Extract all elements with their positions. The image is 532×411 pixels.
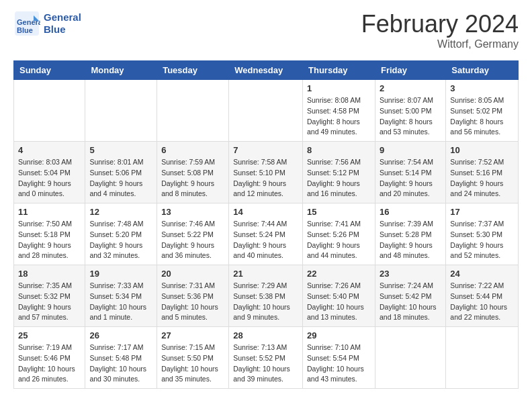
day-number: 22 — [307, 269, 371, 279]
calendar-cell — [157, 80, 229, 142]
day-info-line: Sunrise: 7:29 AM — [233, 281, 287, 289]
day-info-line: Sunset: 5:38 PM — [233, 292, 285, 300]
day-info-line: Sunrise: 7:41 AM — [307, 220, 361, 228]
col-monday: Monday — [85, 61, 157, 80]
day-info-line: and 43 minutes. — [307, 375, 357, 383]
day-info-line: Sunset: 5:24 PM — [233, 230, 285, 238]
day-info-line: Sunset: 5:22 PM — [161, 230, 214, 238]
day-info-line: Sunrise: 7:15 AM — [161, 343, 215, 351]
day-info-line: Daylight: 9 hours — [161, 179, 214, 187]
day-info-line: Daylight: 10 hours — [161, 365, 218, 373]
day-info: Sunrise: 7:48 AMSunset: 5:20 PMDaylight:… — [89, 219, 152, 261]
day-number: 2 — [380, 83, 441, 93]
location: Wittorf, Germany — [361, 38, 519, 50]
day-info-line: Sunrise: 8:03 AM — [18, 158, 72, 166]
day-info-line: and 20 minutes. — [380, 189, 430, 197]
calendar-cell — [229, 80, 303, 142]
day-info: Sunrise: 7:52 AMSunset: 5:16 PMDaylight:… — [450, 157, 514, 199]
day-info-line: Sunrise: 7:31 AM — [161, 281, 215, 289]
col-sunday: Sunday — [14, 61, 85, 80]
day-info: Sunrise: 7:33 AMSunset: 5:34 PMDaylight:… — [89, 281, 152, 323]
calendar-cell: 14Sunrise: 7:44 AMSunset: 5:24 PMDayligh… — [229, 203, 303, 265]
day-info-line: and 40 minutes. — [233, 251, 283, 259]
day-info-line: Daylight: 10 hours — [307, 303, 364, 311]
calendar: Sunday Monday Tuesday Wednesday Thursday… — [13, 60, 519, 389]
calendar-cell: 27Sunrise: 7:15 AMSunset: 5:50 PMDayligh… — [157, 327, 229, 389]
day-info-line: Sunset: 5:14 PM — [380, 169, 432, 177]
calendar-cell — [14, 80, 85, 142]
day-number: 23 — [380, 269, 441, 279]
day-info: Sunrise: 8:01 AMSunset: 5:06 PMDaylight:… — [89, 157, 152, 199]
day-number: 17 — [450, 207, 514, 217]
day-info-line: Sunset: 5:32 PM — [18, 292, 71, 300]
calendar-cell: 28Sunrise: 7:13 AMSunset: 5:52 PMDayligh… — [229, 327, 303, 389]
day-info-line: Sunset: 5:06 PM — [89, 169, 142, 177]
day-info: Sunrise: 7:39 AMSunset: 5:28 PMDaylight:… — [380, 219, 441, 261]
day-info: Sunrise: 7:56 AMSunset: 5:12 PMDaylight:… — [307, 157, 371, 199]
day-number: 27 — [161, 330, 224, 340]
day-number: 25 — [18, 330, 81, 340]
calendar-cell: 11Sunrise: 7:50 AMSunset: 5:18 PMDayligh… — [14, 203, 85, 265]
day-info-line: Sunset: 5:50 PM — [161, 354, 214, 362]
day-info: Sunrise: 8:03 AMSunset: 5:04 PMDaylight:… — [18, 157, 81, 199]
calendar-cell: 20Sunrise: 7:31 AMSunset: 5:36 PMDayligh… — [157, 265, 229, 327]
day-info-line: Sunrise: 7:17 AM — [89, 343, 143, 351]
day-info-line: and 9 minutes. — [233, 313, 279, 321]
day-info: Sunrise: 8:08 AMSunset: 4:58 PMDaylight:… — [307, 95, 371, 138]
day-info-line: Sunrise: 7:46 AM — [161, 220, 215, 228]
day-info-line: Daylight: 9 hours — [89, 241, 142, 249]
day-info-line: Sunset: 5:04 PM — [18, 169, 71, 177]
day-info: Sunrise: 7:19 AMSunset: 5:46 PMDaylight:… — [18, 342, 81, 385]
day-info: Sunrise: 7:15 AMSunset: 5:50 PMDaylight:… — [161, 342, 224, 385]
day-info-line: Daylight: 10 hours — [307, 365, 364, 373]
day-info-line: Daylight: 9 hours — [307, 241, 360, 249]
page: General Blue GeneralBlue February 2024 W… — [0, 0, 532, 411]
logo-icon: General Blue — [13, 10, 40, 37]
day-info-line: and 18 minutes. — [380, 313, 430, 321]
day-info-line: Sunrise: 7:13 AM — [233, 343, 287, 351]
day-info-line: Daylight: 10 hours — [161, 303, 218, 311]
day-info-line: Daylight: 10 hours — [89, 365, 146, 373]
calendar-cell — [375, 327, 445, 389]
calendar-cell: 3Sunrise: 8:05 AMSunset: 5:02 PMDaylight… — [446, 80, 519, 142]
day-info: Sunrise: 8:05 AMSunset: 5:02 PMDaylight:… — [450, 95, 514, 138]
day-info-line: Sunset: 5:08 PM — [161, 169, 214, 177]
month-year: February 2024 — [361, 10, 519, 38]
day-info-line: and 49 minutes. — [307, 128, 357, 136]
day-info-line: Sunrise: 7:52 AM — [450, 158, 504, 166]
col-wednesday: Wednesday — [229, 61, 303, 80]
day-info-line: Sunrise: 7:37 AM — [450, 220, 504, 228]
day-info-line: Daylight: 9 hours — [18, 303, 71, 311]
day-info-line: Daylight: 9 hours — [233, 241, 286, 249]
day-info-line: and 35 minutes. — [161, 375, 212, 383]
day-info-line: and 56 minutes. — [450, 128, 500, 136]
day-info-line: Daylight: 10 hours — [89, 303, 146, 311]
day-number: 12 — [89, 207, 152, 217]
day-info-line: and 52 minutes. — [450, 251, 500, 259]
day-info-line: Sunset: 5:10 PM — [233, 169, 285, 177]
day-info-line: Daylight: 8 hours — [450, 118, 503, 126]
day-number: 13 — [161, 207, 224, 217]
day-info-line: Sunset: 5:48 PM — [89, 354, 142, 362]
day-info-line: Sunset: 5:46 PM — [18, 354, 71, 362]
day-number: 26 — [89, 330, 152, 340]
day-info: Sunrise: 7:24 AMSunset: 5:42 PMDaylight:… — [380, 281, 441, 323]
col-saturday: Saturday — [446, 61, 519, 80]
calendar-cell: 7Sunrise: 7:58 AMSunset: 5:10 PMDaylight… — [229, 142, 303, 203]
day-info-line: Sunrise: 8:05 AM — [450, 96, 504, 104]
calendar-cell: 13Sunrise: 7:46 AMSunset: 5:22 PMDayligh… — [157, 203, 229, 265]
svg-text:Blue: Blue — [17, 26, 33, 34]
day-number: 24 — [450, 269, 514, 279]
day-info-line: and 24 minutes. — [450, 189, 500, 197]
day-info-line: Daylight: 9 hours — [450, 241, 503, 249]
day-info-line: and 8 minutes. — [161, 189, 208, 197]
day-info-line: Daylight: 8 hours — [380, 118, 433, 126]
calendar-cell: 6Sunrise: 7:59 AMSunset: 5:08 PMDaylight… — [157, 142, 229, 203]
day-info-line: Sunrise: 7:10 AM — [307, 343, 361, 351]
calendar-cell: 18Sunrise: 7:35 AMSunset: 5:32 PMDayligh… — [14, 265, 85, 327]
calendar-cell: 19Sunrise: 7:33 AMSunset: 5:34 PMDayligh… — [85, 265, 157, 327]
day-info-line: and 22 minutes. — [450, 313, 500, 321]
day-info-line: and 48 minutes. — [380, 251, 430, 259]
day-info-line: Sunset: 5:30 PM — [450, 230, 502, 238]
day-info-line: Sunrise: 7:26 AM — [307, 281, 361, 289]
